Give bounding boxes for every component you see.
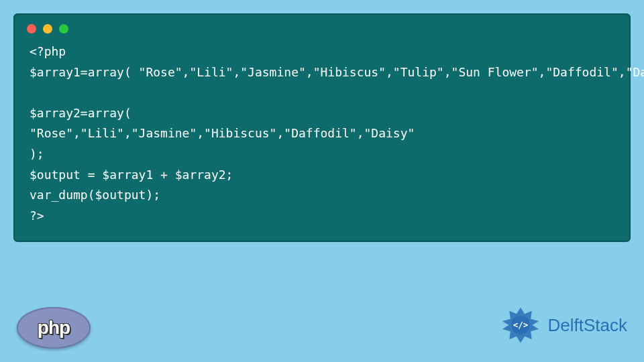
code-line: $array2=array( — [30, 106, 131, 120]
window-title-bar — [15, 15, 629, 39]
code-line: ); — [30, 147, 44, 161]
maximize-dot-icon — [59, 24, 68, 34]
delftstack-logo-text: DelftStack — [548, 315, 628, 336]
code-line: ?> — [30, 208, 44, 223]
code-line: var_dump($output); — [30, 188, 160, 202]
php-logo-text: php — [38, 317, 70, 339]
code-line: <?php — [30, 44, 66, 58]
delftstack-logo: </> DelftStack — [497, 302, 628, 349]
code-line: "Rose","Lili","Jasmine","Hibiscus","Daff… — [30, 126, 415, 140]
close-dot-icon — [27, 24, 36, 34]
code-window: <?php $array1=array( "Rose","Lili","Jasm… — [13, 13, 631, 242]
code-line: $array1=array( "Rose","Lili","Jasmine","… — [30, 65, 644, 79]
code-content: <?php $array1=array( "Rose","Lili","Jasm… — [15, 39, 629, 241]
php-logo-ellipse: php — [17, 307, 91, 349]
php-logo: php — [17, 307, 91, 349]
code-line: $output = $array1 + $array2; — [30, 168, 233, 182]
minimize-dot-icon — [43, 24, 52, 34]
delftstack-icon: </> — [497, 302, 544, 349]
svg-text:</>: </> — [513, 320, 528, 330]
